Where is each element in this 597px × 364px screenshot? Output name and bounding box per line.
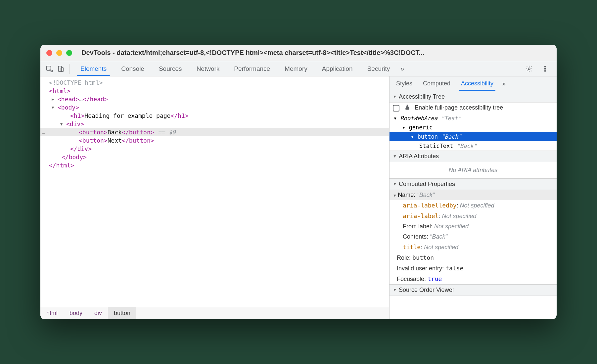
stab-styles[interactable]: Styles [391,76,418,91]
side-body: ▼Accessibility Tree Enable full-page acc… [390,91,557,319]
crumb-button[interactable]: button [108,307,136,319]
minimize-icon[interactable] [56,50,62,56]
settings-icon[interactable] [524,63,535,74]
dom-tree[interactable]: <!DOCTYPE html> <html> ▶<head>…</head> ▼… [40,76,389,307]
kebab-menu-icon[interactable] [539,63,551,74]
inspect-element-icon[interactable] [44,63,55,74]
ax-root[interactable]: ▾ RootWebArea "Test" [390,114,557,123]
computed-role: Role: button [390,252,557,263]
section-accessibility-tree[interactable]: ▼Accessibility Tree [390,91,557,103]
crumb-body[interactable]: body [64,307,88,319]
computed-aria-label: aria-label: Not specified [390,211,557,221]
svg-point-5 [544,68,545,69]
dom-head[interactable]: ▶<head>…</head> [40,95,389,103]
tab-application[interactable]: Application [315,61,360,76]
main-toolbar: Elements Console Sources Network Perform… [40,61,557,76]
device-toolbar-icon[interactable] [55,63,66,74]
section-computed-properties[interactable]: ▼Computed Properties [390,178,557,190]
devtools-window: DevTools - data:text/html;charset=utf-8,… [40,45,557,319]
titlebar: DevTools - data:text/html;charset=utf-8,… [40,45,557,61]
zoom-icon[interactable] [66,50,72,56]
computed-from-label: From label: Not specified [390,221,557,232]
crumb-html[interactable]: html [40,307,64,319]
svg-point-3 [528,68,530,70]
beaker-icon [404,104,410,112]
main-tabs: Elements Console Sources Network Perform… [73,61,524,76]
computed-aria-labelledby: aria-labelledby: Not specified [390,200,557,211]
window-title: DevTools - data:text/html;charset=utf-8,… [81,49,551,57]
close-icon[interactable] [46,50,52,56]
breadcrumb: html body div button [40,307,389,319]
more-tabs-icon[interactable]: » [397,65,407,72]
dom-button-next[interactable]: <button>Next</button> [40,136,389,145]
stab-accessibility[interactable]: Accessibility [456,76,499,91]
tab-memory[interactable]: Memory [277,61,315,76]
computed-title: title: Not specified [390,242,557,252]
dom-html-close[interactable]: </html> [40,161,389,169]
computed-invalid: Invalid user entry: false [390,263,557,274]
tab-elements[interactable]: Elements [73,61,114,76]
computed-name-row[interactable]: ▼ Name: "Back" [390,190,557,200]
enable-full-page-checkbox[interactable] [393,105,399,112]
tab-security[interactable]: Security [360,61,397,76]
stab-computed[interactable]: Computed [418,76,456,91]
side-tabs: Styles Computed Accessibility » [390,76,557,91]
tab-sources[interactable]: Sources [152,61,189,76]
section-source-order[interactable]: ▼Source Order Viewer [390,284,557,296]
dom-h1[interactable]: <h1>Heading for example page</h1> [40,112,389,120]
side-more-tabs-icon[interactable]: » [499,80,509,87]
dom-button-back[interactable]: <button>Back</button> == $0 [40,128,389,136]
tab-console[interactable]: Console [114,61,152,76]
aria-empty: No ARIA attributes [390,162,557,178]
side-panel: Styles Computed Accessibility » ▼Accessi… [390,76,557,319]
traffic-lights [46,50,72,56]
elements-panel: <!DOCTYPE html> <html> ▶<head>…</head> ▼… [40,76,390,319]
enable-full-page-row[interactable]: Enable full-page accessibility tree [390,103,557,114]
tab-performance[interactable]: Performance [227,61,277,76]
dom-html-open[interactable]: <html> [40,87,389,95]
section-aria-attributes[interactable]: ▼ARIA Attributes [390,151,557,162]
computed-focusable: Focusable: true [390,274,557,284]
dom-doctype: <!DOCTYPE html> [40,78,389,87]
dom-body-open[interactable]: ▼<body> [40,103,389,112]
ax-statictext[interactable]: StaticText "Back" [390,141,557,151]
crumb-div[interactable]: div [88,307,108,319]
dom-div-open[interactable]: ▼<div> [40,120,389,128]
dom-div-close[interactable]: </div> [40,145,389,153]
svg-point-6 [544,70,545,71]
tab-network[interactable]: Network [189,61,227,76]
svg-point-4 [544,66,545,67]
main-content: <!DOCTYPE html> <html> ▶<head>…</head> ▼… [40,76,557,319]
toolbar-divider [69,64,70,74]
ax-generic[interactable]: ▾ generic [390,123,557,132]
ax-button-back[interactable]: ▾ button "Back" [390,132,557,141]
computed-contents: Contents: "Back" [390,232,557,242]
dom-body-close[interactable]: </body> [40,153,389,161]
